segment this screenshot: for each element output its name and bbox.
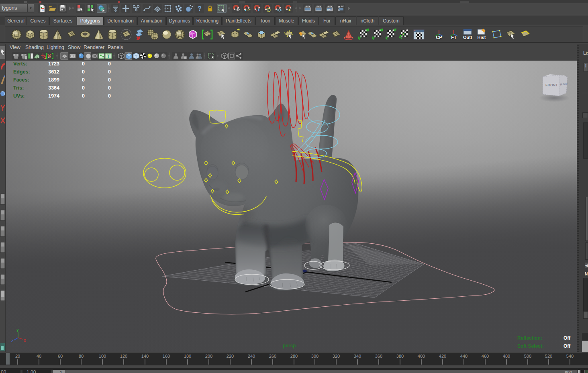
svg-text:T: T	[107, 54, 110, 59]
svg-text:FRONT: FRONT	[545, 83, 558, 87]
svg-text:T: T	[402, 32, 406, 38]
svg-text:z: z	[11, 338, 13, 343]
svg-text:?: ?	[198, 5, 202, 12]
svg-text:R GHT: R GHT	[560, 82, 568, 86]
svg-text:x: x	[24, 338, 26, 342]
svg-text:y: y	[16, 328, 19, 332]
svg-text:IPR: IPR	[327, 8, 332, 11]
